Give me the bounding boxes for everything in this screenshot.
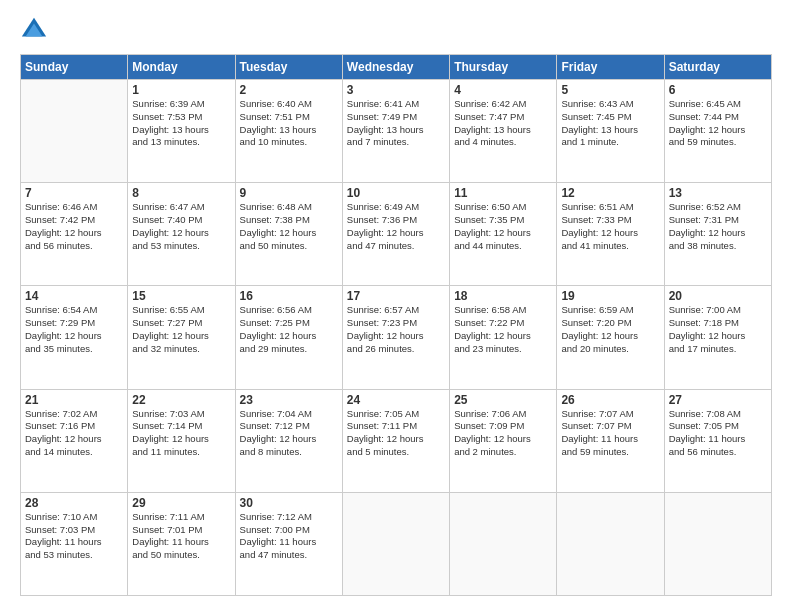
day-info: Sunrise: 7:12 AMSunset: 7:00 PMDaylight:… [240,511,338,562]
day-info: Sunrise: 6:49 AMSunset: 7:36 PMDaylight:… [347,201,445,252]
calendar-cell: 15Sunrise: 6:55 AMSunset: 7:27 PMDayligh… [128,286,235,389]
calendar-cell: 14Sunrise: 6:54 AMSunset: 7:29 PMDayligh… [21,286,128,389]
day-number: 27 [669,393,767,407]
day-info: Sunrise: 6:59 AMSunset: 7:20 PMDaylight:… [561,304,659,355]
day-info: Sunrise: 6:40 AMSunset: 7:51 PMDaylight:… [240,98,338,149]
day-number: 16 [240,289,338,303]
day-number: 18 [454,289,552,303]
calendar-week-1: 1Sunrise: 6:39 AMSunset: 7:53 PMDaylight… [21,80,772,183]
calendar-cell: 4Sunrise: 6:42 AMSunset: 7:47 PMDaylight… [450,80,557,183]
day-info: Sunrise: 6:45 AMSunset: 7:44 PMDaylight:… [669,98,767,149]
day-info: Sunrise: 7:08 AMSunset: 7:05 PMDaylight:… [669,408,767,459]
logo-icon [20,16,48,44]
day-info: Sunrise: 6:55 AMSunset: 7:27 PMDaylight:… [132,304,230,355]
calendar-week-4: 21Sunrise: 7:02 AMSunset: 7:16 PMDayligh… [21,389,772,492]
calendar-cell: 8Sunrise: 6:47 AMSunset: 7:40 PMDaylight… [128,183,235,286]
day-info: Sunrise: 6:43 AMSunset: 7:45 PMDaylight:… [561,98,659,149]
day-info: Sunrise: 7:02 AMSunset: 7:16 PMDaylight:… [25,408,123,459]
day-number: 28 [25,496,123,510]
day-number: 2 [240,83,338,97]
day-number: 26 [561,393,659,407]
day-info: Sunrise: 6:50 AMSunset: 7:35 PMDaylight:… [454,201,552,252]
weekday-header-friday: Friday [557,55,664,80]
calendar-cell [557,492,664,595]
weekday-header-thursday: Thursday [450,55,557,80]
day-number: 24 [347,393,445,407]
day-info: Sunrise: 6:52 AMSunset: 7:31 PMDaylight:… [669,201,767,252]
calendar-cell [450,492,557,595]
day-info: Sunrise: 6:56 AMSunset: 7:25 PMDaylight:… [240,304,338,355]
weekday-header-saturday: Saturday [664,55,771,80]
calendar-cell: 27Sunrise: 7:08 AMSunset: 7:05 PMDayligh… [664,389,771,492]
day-number: 29 [132,496,230,510]
calendar-cell: 18Sunrise: 6:58 AMSunset: 7:22 PMDayligh… [450,286,557,389]
calendar-cell: 11Sunrise: 6:50 AMSunset: 7:35 PMDayligh… [450,183,557,286]
calendar-cell: 13Sunrise: 6:52 AMSunset: 7:31 PMDayligh… [664,183,771,286]
weekday-header-sunday: Sunday [21,55,128,80]
calendar-cell: 7Sunrise: 6:46 AMSunset: 7:42 PMDaylight… [21,183,128,286]
day-info: Sunrise: 6:39 AMSunset: 7:53 PMDaylight:… [132,98,230,149]
calendar-cell: 24Sunrise: 7:05 AMSunset: 7:11 PMDayligh… [342,389,449,492]
calendar-cell: 26Sunrise: 7:07 AMSunset: 7:07 PMDayligh… [557,389,664,492]
day-number: 13 [669,186,767,200]
calendar-cell: 25Sunrise: 7:06 AMSunset: 7:09 PMDayligh… [450,389,557,492]
calendar-cell: 1Sunrise: 6:39 AMSunset: 7:53 PMDaylight… [128,80,235,183]
day-info: Sunrise: 6:42 AMSunset: 7:47 PMDaylight:… [454,98,552,149]
calendar-cell: 30Sunrise: 7:12 AMSunset: 7:00 PMDayligh… [235,492,342,595]
day-number: 8 [132,186,230,200]
calendar-cell: 9Sunrise: 6:48 AMSunset: 7:38 PMDaylight… [235,183,342,286]
day-number: 9 [240,186,338,200]
calendar-week-5: 28Sunrise: 7:10 AMSunset: 7:03 PMDayligh… [21,492,772,595]
day-info: Sunrise: 6:58 AMSunset: 7:22 PMDaylight:… [454,304,552,355]
calendar-cell: 10Sunrise: 6:49 AMSunset: 7:36 PMDayligh… [342,183,449,286]
day-number: 14 [25,289,123,303]
day-info: Sunrise: 7:10 AMSunset: 7:03 PMDaylight:… [25,511,123,562]
day-number: 5 [561,83,659,97]
day-info: Sunrise: 7:04 AMSunset: 7:12 PMDaylight:… [240,408,338,459]
calendar-cell: 3Sunrise: 6:41 AMSunset: 7:49 PMDaylight… [342,80,449,183]
calendar-cell: 5Sunrise: 6:43 AMSunset: 7:45 PMDaylight… [557,80,664,183]
day-number: 3 [347,83,445,97]
calendar-week-2: 7Sunrise: 6:46 AMSunset: 7:42 PMDaylight… [21,183,772,286]
calendar-cell: 17Sunrise: 6:57 AMSunset: 7:23 PMDayligh… [342,286,449,389]
calendar-cell: 29Sunrise: 7:11 AMSunset: 7:01 PMDayligh… [128,492,235,595]
day-info: Sunrise: 7:05 AMSunset: 7:11 PMDaylight:… [347,408,445,459]
calendar-cell: 2Sunrise: 6:40 AMSunset: 7:51 PMDaylight… [235,80,342,183]
calendar-cell: 22Sunrise: 7:03 AMSunset: 7:14 PMDayligh… [128,389,235,492]
day-number: 1 [132,83,230,97]
day-info: Sunrise: 6:48 AMSunset: 7:38 PMDaylight:… [240,201,338,252]
day-info: Sunrise: 7:07 AMSunset: 7:07 PMDaylight:… [561,408,659,459]
day-number: 15 [132,289,230,303]
day-number: 30 [240,496,338,510]
calendar-cell: 12Sunrise: 6:51 AMSunset: 7:33 PMDayligh… [557,183,664,286]
day-info: Sunrise: 6:54 AMSunset: 7:29 PMDaylight:… [25,304,123,355]
day-number: 4 [454,83,552,97]
day-number: 7 [25,186,123,200]
day-number: 23 [240,393,338,407]
weekday-header-wednesday: Wednesday [342,55,449,80]
day-number: 17 [347,289,445,303]
day-number: 10 [347,186,445,200]
day-info: Sunrise: 7:11 AMSunset: 7:01 PMDaylight:… [132,511,230,562]
day-number: 20 [669,289,767,303]
day-number: 12 [561,186,659,200]
day-info: Sunrise: 6:51 AMSunset: 7:33 PMDaylight:… [561,201,659,252]
calendar-cell: 19Sunrise: 6:59 AMSunset: 7:20 PMDayligh… [557,286,664,389]
calendar-cell: 28Sunrise: 7:10 AMSunset: 7:03 PMDayligh… [21,492,128,595]
day-info: Sunrise: 6:46 AMSunset: 7:42 PMDaylight:… [25,201,123,252]
day-number: 21 [25,393,123,407]
calendar-cell: 16Sunrise: 6:56 AMSunset: 7:25 PMDayligh… [235,286,342,389]
logo [20,16,52,44]
calendar-week-3: 14Sunrise: 6:54 AMSunset: 7:29 PMDayligh… [21,286,772,389]
calendar-cell [21,80,128,183]
weekday-header-monday: Monday [128,55,235,80]
calendar-cell [342,492,449,595]
calendar-cell [664,492,771,595]
day-info: Sunrise: 6:57 AMSunset: 7:23 PMDaylight:… [347,304,445,355]
day-info: Sunrise: 7:06 AMSunset: 7:09 PMDaylight:… [454,408,552,459]
calendar-cell: 6Sunrise: 6:45 AMSunset: 7:44 PMDaylight… [664,80,771,183]
calendar-cell: 23Sunrise: 7:04 AMSunset: 7:12 PMDayligh… [235,389,342,492]
page: SundayMondayTuesdayWednesdayThursdayFrid… [0,0,792,612]
header [20,16,772,44]
day-info: Sunrise: 7:00 AMSunset: 7:18 PMDaylight:… [669,304,767,355]
